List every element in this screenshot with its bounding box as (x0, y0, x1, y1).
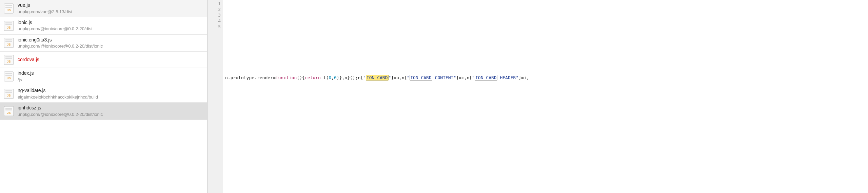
svg-rect-6 (5, 24, 12, 25)
code-line (223, 59, 868, 65)
file-name: ionic.eng0ita3.js (18, 37, 103, 43)
line-number: 1 (208, 1, 223, 6)
file-text: cordova.js (18, 56, 39, 63)
js-file-icon: JS (3, 20, 14, 31)
js-file-icon: JS (3, 106, 14, 117)
file-item[interactable]: JS index.js /js (0, 68, 207, 85)
file-text: ng-validate.js elgalmkoelokbchhkhacckokl… (18, 87, 98, 100)
code-line (223, 11, 868, 17)
file-name: index.js (18, 70, 34, 77)
file-text: ionic.eng0ita3.js unpkg.com/@ionic/core@… (18, 37, 103, 50)
file-name: ipnhdcsz.js (18, 105, 103, 111)
code-line (223, 43, 868, 49)
file-path: /js (18, 77, 34, 83)
svg-text:JS: JS (7, 76, 11, 80)
svg-rect-17 (5, 73, 12, 74)
line-number-gutter: 1 2 3 4 5 (208, 0, 223, 193)
line-number: 5 (208, 24, 223, 30)
js-file-icon: JS (3, 71, 14, 82)
file-item[interactable]: JS ng-validate.js elgalmkoelokbchhkhacck… (0, 85, 207, 103)
js-file-icon: JS (3, 88, 14, 99)
svg-text:JS: JS (7, 43, 11, 46)
svg-rect-2 (5, 7, 12, 8)
js-file-icon: JS (3, 3, 14, 14)
file-item[interactable]: JS vue.js unpkg.com/vue@2.5.13/dist (0, 0, 207, 17)
svg-rect-5 (5, 22, 12, 23)
svg-rect-21 (5, 90, 12, 91)
svg-text:JS: JS (7, 94, 11, 97)
js-file-icon: JS (3, 54, 14, 65)
file-item[interactable]: JS ionic.js unpkg.com/@ionic/core@0.0.2-… (0, 17, 207, 35)
file-name: vue.js (18, 2, 72, 9)
search-match: ION-CARD (475, 75, 497, 81)
svg-rect-10 (5, 41, 12, 42)
line-number: 4 (208, 18, 223, 24)
file-name: ng-validate.js (18, 87, 98, 94)
svg-text:JS: JS (7, 8, 11, 12)
search-match-active: ION-CARD (366, 75, 389, 81)
file-name: cordova.js (18, 56, 39, 63)
svg-rect-9 (5, 39, 12, 40)
search-match: ION-CARD (410, 75, 432, 81)
file-path: unpkg.com/@ionic/core@0.0.2-20/dist/ioni… (18, 111, 103, 118)
svg-rect-26 (5, 109, 12, 110)
file-list-sidebar: JS vue.js unpkg.com/vue@2.5.13/dist JS i… (0, 0, 208, 193)
code-line (223, 27, 868, 33)
file-text: vue.js unpkg.com/vue@2.5.13/dist (18, 2, 72, 15)
file-text: ionic.js unpkg.com/@ionic/core@0.0.2-20/… (18, 19, 93, 32)
svg-rect-14 (5, 58, 12, 59)
code-line: n.prototype.render=function(){return t(0… (223, 75, 868, 81)
js-file-icon: JS (3, 37, 14, 48)
line-number: 3 (208, 12, 223, 18)
svg-rect-13 (5, 56, 12, 57)
svg-text:JS: JS (7, 26, 11, 29)
svg-rect-25 (5, 108, 12, 109)
file-path: elgalmkoelokbchhkhacckoklkejnhcd/build (18, 94, 98, 100)
file-item[interactable]: JS cordova.js (0, 52, 207, 68)
svg-text:JS: JS (7, 60, 11, 63)
svg-text:JS: JS (7, 111, 11, 115)
file-text: index.js /js (18, 70, 34, 83)
file-text: ipnhdcsz.js unpkg.com/@ionic/core@0.0.2-… (18, 105, 103, 118)
file-path: unpkg.com/vue@2.5.13/dist (18, 9, 72, 15)
line-number: 2 (208, 6, 223, 12)
svg-rect-18 (5, 75, 12, 76)
file-item[interactable]: JS ionic.eng0ita3.js unpkg.com/@ionic/co… (0, 35, 207, 52)
code-editor[interactable]: n.prototype.render=function(){return t(0… (223, 0, 868, 193)
svg-rect-22 (5, 92, 12, 93)
file-path: unpkg.com/@ionic/core@0.0.2-20/dist/ioni… (18, 43, 103, 49)
file-name: ionic.js (18, 19, 93, 26)
file-item[interactable]: JS ipnhdcsz.js unpkg.com/@ionic/core@0.0… (0, 103, 207, 120)
file-path: unpkg.com/@ionic/core@0.0.2-20/dist (18, 26, 93, 32)
svg-rect-1 (5, 5, 12, 6)
